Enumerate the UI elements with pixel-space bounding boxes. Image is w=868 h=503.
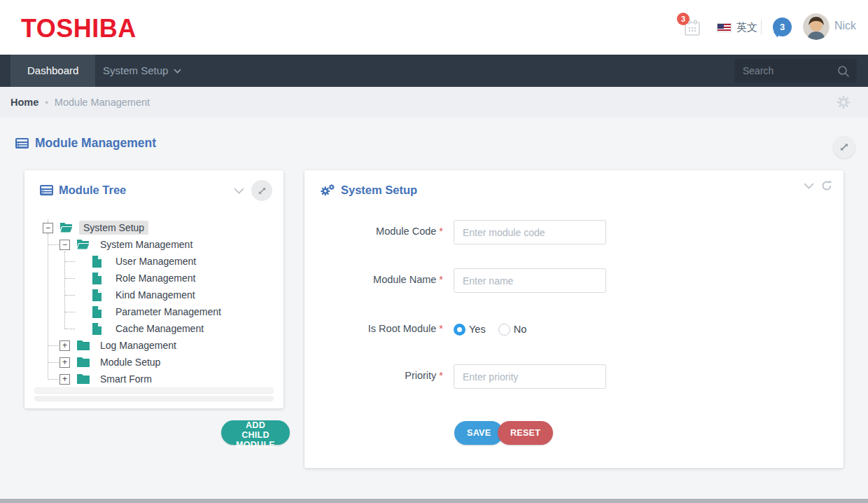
tree-collapse-toggle[interactable]: − [59, 240, 70, 250]
folder-open-icon [76, 239, 90, 251]
reset-button[interactable]: RESET [498, 421, 553, 445]
folder-closed-icon [76, 373, 90, 385]
module-code-input[interactable] [454, 220, 606, 244]
folder-open-icon [59, 222, 74, 234]
is-root-module-radio-group: Yes No [454, 324, 526, 336]
radio-no-label: No [514, 324, 527, 335]
nav-tab-dashboard[interactable]: Dashboard [10, 55, 95, 87]
nav-tab-system-setup-label: System Setup [103, 55, 168, 87]
language-label: 英文 [736, 21, 757, 34]
tree-node-label[interactable]: User Management [111, 254, 200, 268]
tree-node-label[interactable]: Kind Management [111, 288, 200, 302]
module-name-label: Module Name* [304, 274, 443, 285]
page-title: Module Management [35, 136, 156, 151]
module-management-page: TOSHIBA 3 英文 3 [0, 0, 868, 503]
required-asterisk: * [439, 274, 443, 285]
radio-yes-label: Yes [469, 324, 486, 335]
tree-node-cache-management[interactable]: Cache Management [41, 320, 272, 337]
tree-expand-toggle[interactable]: + [59, 374, 70, 385]
footer-bar [0, 499, 868, 503]
tree-node-parameter-management[interactable]: Parameter Management [41, 303, 272, 320]
breadcrumb-home-link[interactable]: Home [10, 97, 38, 108]
notification-count-badge: 3 [677, 13, 690, 25]
tree-node-label[interactable]: Parameter Management [111, 305, 225, 319]
system-setup-title: System Setup [320, 184, 417, 197]
list-icon [15, 138, 29, 149]
tree-node-system-setup[interactable]: −System Setup [41, 219, 272, 236]
collapse-chevron-icon[interactable] [804, 183, 814, 189]
tree-expand-button[interactable] [251, 180, 272, 201]
file-icon [92, 323, 106, 335]
module-code-label: Module Code* [304, 226, 443, 237]
save-button[interactable]: SAVE [454, 421, 503, 445]
calendar-button[interactable]: 3 [682, 18, 704, 38]
module-name-input[interactable] [454, 268, 606, 293]
message-count-badge[interactable]: 3 [773, 18, 792, 36]
breadcrumb-separator: • [45, 97, 48, 108]
cogs-icon [320, 184, 335, 197]
is-root-module-label: Is Root Module* [304, 323, 443, 334]
collapse-chevron-icon[interactable] [234, 188, 244, 194]
file-icon [92, 289, 106, 301]
radio-option-no[interactable]: No [498, 324, 527, 336]
tree-node-label[interactable]: System Management [96, 237, 197, 252]
required-asterisk: * [439, 323, 443, 334]
tree-node-label[interactable]: Role Management [111, 271, 200, 285]
tree-scrollbar-thumb[interactable] [34, 396, 274, 401]
breadcrumb-current: Module Management [55, 97, 150, 108]
tree-expand-toggle[interactable]: + [59, 357, 70, 368]
folder-closed-icon [76, 340, 90, 352]
refresh-icon[interactable] [821, 180, 832, 191]
priority-input[interactable] [454, 364, 606, 389]
language-selector[interactable]: 英文 [717, 21, 757, 34]
tree-node-role-management[interactable]: Role Management [41, 270, 272, 287]
radio-yes-selected[interactable] [454, 324, 465, 336]
page-expand-button[interactable] [833, 136, 855, 158]
add-child-module-button[interactable]: ADD CHILD MODULE [221, 420, 290, 445]
tree-node-user-management[interactable]: User Management [41, 253, 272, 270]
radio-no-unselected[interactable] [498, 324, 510, 336]
module-tree-title: Module Tree [40, 184, 126, 197]
breadcrumb: Home • Module Management [0, 87, 868, 118]
radio-option-yes[interactable]: Yes [454, 324, 486, 336]
module-tree-title-text: Module Tree [59, 184, 126, 197]
username[interactable]: Nick [834, 20, 856, 32]
search-icon[interactable] [837, 65, 850, 78]
system-setup-title-text: System Setup [341, 184, 417, 197]
module-tree-header: Module Tree [24, 170, 284, 212]
tree-node-kind-management[interactable]: Kind Management [41, 287, 272, 303]
system-setup-header: System Setup [304, 170, 844, 212]
header-divider [761, 20, 762, 35]
file-icon [92, 256, 106, 268]
tree-node-label[interactable]: Module Setup [96, 355, 164, 369]
tree-node-smart-form[interactable]: +Smart Form [41, 371, 272, 387]
toshiba-logo: TOSHIBA [21, 14, 136, 43]
tree-node-label[interactable]: Log Management [96, 338, 181, 352]
tree-node-label[interactable]: System Setup [79, 221, 148, 235]
main-navbar: Dashboard System Setup [0, 55, 868, 87]
nav-tab-system-setup[interactable]: System Setup [86, 55, 198, 87]
tree-node-log-management[interactable]: +Log Management [41, 337, 272, 354]
tree-node-label[interactable]: Smart Form [96, 372, 156, 386]
file-icon [92, 273, 106, 284]
top-header: TOSHIBA 3 英文 3 [0, 0, 868, 55]
tree-node-label[interactable]: Cache Management [111, 322, 208, 336]
list-icon [40, 185, 53, 195]
tree-node-module-setup[interactable]: +Module Setup [41, 354, 272, 371]
avatar[interactable] [803, 13, 830, 40]
tree-scrollbar-track[interactable] [34, 387, 274, 394]
us-flag-icon [717, 23, 732, 32]
module-tree-panel: Module Tree [24, 170, 284, 408]
page-title-row: Module Management [15, 136, 156, 151]
tree-node-system-management[interactable]: −System Management [41, 236, 272, 253]
module-tree: −System Setup−System ManagementUser Mana… [41, 219, 272, 387]
priority-label: Priority* [304, 370, 443, 381]
chevron-down-icon [174, 69, 181, 74]
system-setup-panel: System Setup Module Code* [304, 170, 844, 468]
settings-gear-button[interactable] [836, 95, 851, 110]
tree-collapse-toggle[interactable]: − [43, 223, 53, 233]
required-asterisk: * [439, 226, 443, 237]
folder-closed-icon [76, 357, 90, 368]
file-icon [92, 306, 106, 318]
tree-expand-toggle[interactable]: + [59, 340, 70, 351]
